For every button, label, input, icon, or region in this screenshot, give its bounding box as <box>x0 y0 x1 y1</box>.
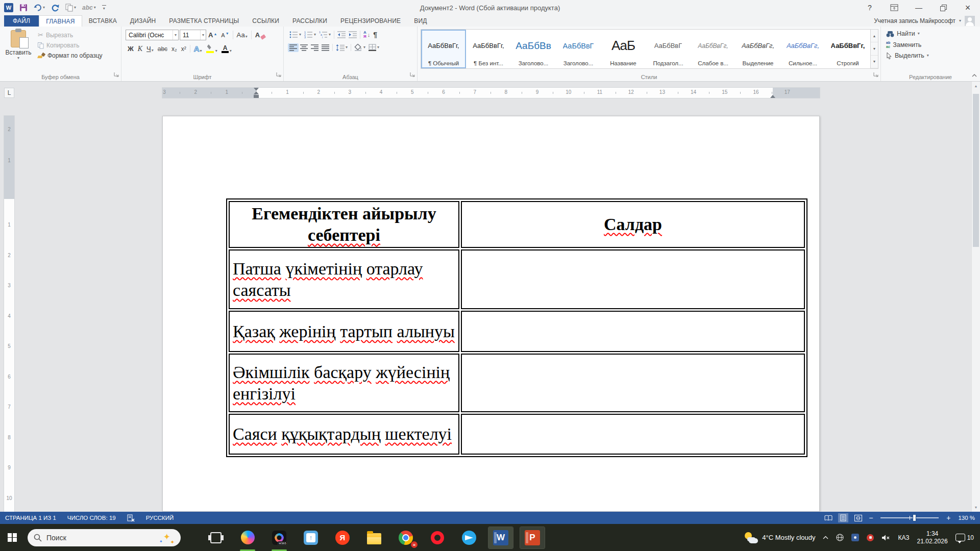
hanging-indent-marker[interactable] <box>254 91 259 94</box>
borders-button[interactable]: ▾ <box>367 43 381 52</box>
app-tray-icon[interactable] <box>851 534 859 541</box>
vertical-scrollbar[interactable]: ▲ ▼ <box>971 82 980 512</box>
scroll-down-button[interactable]: ▼ <box>972 503 980 512</box>
undo-button[interactable]: ▾ <box>34 4 45 11</box>
read-mode-button[interactable] <box>823 513 834 522</box>
tab-stop-selector[interactable]: L <box>4 88 14 98</box>
vertical-ruler[interactable]: 2112345678910 <box>4 116 14 512</box>
style-item[interactable]: АаБбВвГг,¶ Без инт... <box>466 30 511 68</box>
style-item[interactable]: АаБбВвГПодзагол... <box>646 30 691 68</box>
tab-рассылки[interactable]: РАССЫЛКИ <box>286 15 334 27</box>
table-header-cell[interactable]: Салдар <box>461 201 805 248</box>
bullets-button[interactable]: ▾ <box>288 30 303 39</box>
search-box[interactable]: Поиск ✦✦✦ <box>28 529 181 546</box>
table-cell[interactable] <box>461 414 805 455</box>
avatar[interactable] <box>965 16 975 26</box>
table-cell[interactable]: Патша үкіметінің отарлау саясаты <box>229 249 459 309</box>
tab-ссылки[interactable]: ССЫЛКИ <box>246 15 286 27</box>
styles-scroll-down[interactable]: ▼ <box>871 42 878 55</box>
taskbar-app-powerpoint[interactable]: P <box>520 527 545 548</box>
right-indent-marker[interactable] <box>770 95 775 98</box>
table-cell[interactable] <box>461 249 805 309</box>
font-name-combo[interactable]: Calibri (Оснс▾ <box>126 30 179 40</box>
align-right-button[interactable] <box>309 43 320 52</box>
font-color-button[interactable]: А▾ <box>219 44 234 54</box>
copy-quick-button[interactable]: ▾ <box>65 4 76 12</box>
justify-button[interactable] <box>320 43 331 52</box>
keyboard-language[interactable]: КАЗ <box>898 534 909 541</box>
style-item[interactable]: АаБбВвГг,Сильное... <box>780 30 825 68</box>
table-cell[interactable] <box>461 311 805 352</box>
table-cell[interactable]: Әкімшілік басқару жүйесінің енгізілуі <box>229 354 459 412</box>
table-header-cell[interactable]: Егемендіктен айырылу себептері <box>229 201 459 248</box>
zoom-slider[interactable] <box>880 517 939 518</box>
change-case-button[interactable]: Аа▾ <box>235 31 250 39</box>
styles-dialog-launcher[interactable] <box>873 70 878 79</box>
taskbar-app-opera[interactable] <box>422 524 453 551</box>
tab-дизайн[interactable]: ДИЗАЙН <box>124 15 163 27</box>
tab-вид[interactable]: ВИД <box>407 15 433 27</box>
start-button[interactable] <box>0 524 24 551</box>
taskbar-app-copilot[interactable] <box>232 524 263 551</box>
italic-button[interactable]: К <box>136 44 144 54</box>
shrink-font-button[interactable]: А▼ <box>219 32 231 39</box>
table-cell[interactable]: Саяси құқықтардың шектелуі <box>229 414 459 455</box>
increase-indent-button[interactable] <box>347 30 358 39</box>
highlight-button[interactable]: ▾ <box>204 44 219 54</box>
close-button[interactable]: × <box>963 3 973 13</box>
numbering-button[interactable]: 123 ▾ <box>303 30 317 39</box>
strikethrough-button[interactable]: abc <box>156 45 169 53</box>
zoom-slider-thumb[interactable] <box>913 514 916 521</box>
underline-button[interactable]: Ч▾ <box>144 44 156 53</box>
first-line-indent-marker[interactable] <box>254 88 259 91</box>
paste-dropdown[interactable]: ▾ <box>17 56 19 60</box>
word-count[interactable]: ЧИСЛО СЛОВ: 19 <box>67 515 116 521</box>
save-button[interactable] <box>19 4 28 12</box>
clock[interactable]: 1:34 21.02.2026 <box>917 530 948 545</box>
cut-button[interactable]: ✂Вырезать <box>38 31 103 39</box>
network-tray-icon[interactable] <box>836 534 844 541</box>
subscript-button[interactable]: x₂ <box>169 45 179 53</box>
clipboard-dialog-launcher[interactable] <box>114 70 119 79</box>
shading-button[interactable]: ▾ <box>353 43 367 52</box>
select-button[interactable]: Выделить▾ <box>886 52 976 59</box>
tab-главная[interactable]: ГЛАВНАЯ <box>39 15 82 27</box>
taskbar-app-chrome[interactable]: ж <box>390 524 422 551</box>
zoom-out-button[interactable]: − <box>868 514 874 521</box>
horizontal-ruler[interactable]: 3211234567891011121314151617 <box>162 88 820 98</box>
styles-gallery-expand[interactable]: ▼ <box>871 56 878 68</box>
taskbar-app-m365[interactable]: M365 <box>263 524 295 551</box>
redo-button[interactable] <box>51 4 59 12</box>
tab-вставка[interactable]: ВСТАВКА <box>82 15 124 27</box>
font-dialog-launcher[interactable] <box>276 70 281 79</box>
tray-expand-button[interactable] <box>823 536 828 539</box>
find-button[interactable]: Найти▾ <box>886 30 976 37</box>
account-area[interactable]: Учетная запись Майкрософт ▾ <box>874 15 980 27</box>
notification-center-button[interactable]: 10 <box>955 534 974 541</box>
style-item[interactable]: АаБбВвГг,¶ Обычный <box>421 30 466 68</box>
zoom-level[interactable]: 130 % <box>958 515 975 521</box>
decrease-indent-button[interactable] <box>336 30 347 39</box>
style-item[interactable]: АаБбВвГг,Выделение <box>736 30 780 68</box>
multilevel-list-button[interactable]: 1ai ▾ <box>317 30 332 39</box>
zoom-in-button[interactable]: + <box>945 514 951 521</box>
volume-muted-icon[interactable] <box>881 534 890 541</box>
style-item[interactable]: АаБбВвГг,Строгий <box>825 30 870 68</box>
font-size-combo[interactable]: 11▾ <box>180 30 206 40</box>
copy-button[interactable]: Копировать <box>38 42 103 49</box>
undo-dropdown[interactable]: ▾ <box>43 6 45 10</box>
record-tray-icon[interactable] <box>867 534 874 541</box>
format-painter-button[interactable]: Формат по образцу <box>38 52 103 59</box>
spelling-dropdown[interactable]: ▾ <box>94 6 96 10</box>
taskbar-app-arrow[interactable]: ↑ <box>295 524 327 551</box>
tab-рецензирование[interactable]: РЕЦЕНЗИРОВАНИЕ <box>334 15 407 27</box>
ribbon-display-options-button[interactable] <box>889 3 899 13</box>
task-view-button[interactable] <box>200 524 232 551</box>
taskbar-app-word[interactable]: W <box>488 527 513 548</box>
styles-scroll-up[interactable]: ▲ <box>871 30 878 42</box>
style-item[interactable]: АаБбВвЗаголово... <box>511 30 556 68</box>
proofing-status[interactable] <box>127 514 135 522</box>
taskbar-app-explorer[interactable] <box>358 524 390 551</box>
left-indent-marker[interactable] <box>254 95 259 98</box>
text-effects-button[interactable]: А▾ <box>192 44 204 54</box>
